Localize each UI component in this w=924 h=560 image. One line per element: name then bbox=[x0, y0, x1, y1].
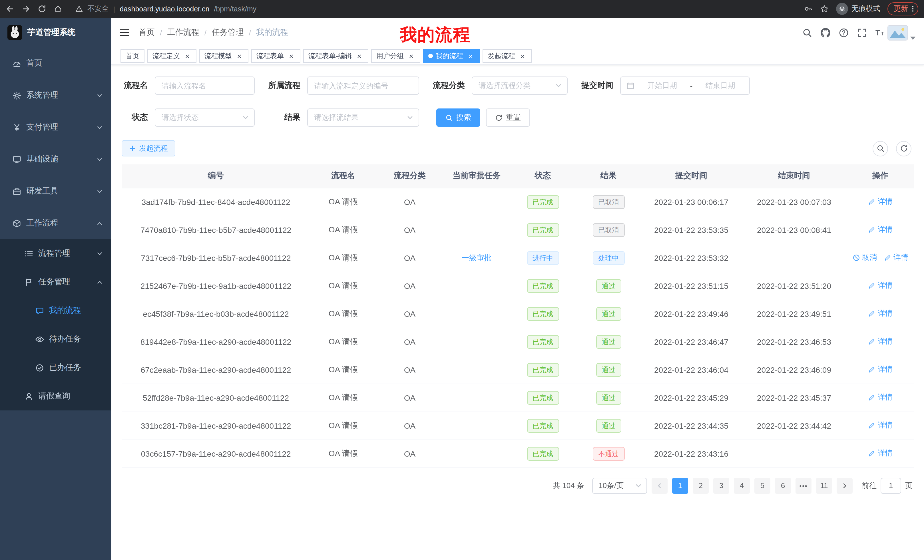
page-button-2[interactable]: 2 bbox=[693, 478, 709, 494]
detail-action[interactable]: 详情 bbox=[868, 281, 892, 291]
tab-user-group[interactable]: 用户分组 × bbox=[371, 49, 420, 63]
security-label[interactable]: 不安全 bbox=[87, 4, 109, 14]
tab-bpm-form-edit[interactable]: 流程表单-编辑 × bbox=[303, 49, 368, 63]
sidebar-item-done-tasks[interactable]: 已办任务 bbox=[0, 353, 111, 382]
status-select[interactable]: 请选择状态 bbox=[155, 108, 255, 127]
tab-home[interactable]: 首页 bbox=[120, 49, 144, 63]
close-icon[interactable]: × bbox=[519, 52, 526, 60]
page-button-6[interactable]: 6 bbox=[775, 478, 791, 494]
close-icon[interactable]: × bbox=[235, 52, 243, 60]
url-path[interactable]: /bpm/task/my bbox=[214, 5, 256, 13]
date-range-picker[interactable]: 开始日期 - 结束日期 bbox=[620, 76, 750, 95]
detail-action[interactable]: 详情 bbox=[868, 392, 892, 403]
prev-page-button[interactable] bbox=[652, 478, 668, 494]
sidebar-item-todo-tasks[interactable]: 待办任务 bbox=[0, 325, 111, 353]
page-size-select[interactable]: 10条/页 bbox=[592, 478, 647, 494]
detail-action[interactable]: 详情 bbox=[868, 225, 892, 235]
close-icon[interactable]: × bbox=[183, 52, 191, 60]
start-date-placeholder[interactable]: 开始日期 bbox=[639, 81, 686, 91]
fullscreen-icon[interactable] bbox=[857, 28, 867, 37]
detail-action[interactable]: 详情 bbox=[868, 337, 892, 347]
page-button-3[interactable]: 3 bbox=[713, 478, 729, 494]
table-row[interactable]: 2152467e-7b9b-11ec-9a1b-acde48001122 OA … bbox=[122, 272, 914, 300]
search-button[interactable]: 搜索 bbox=[436, 108, 480, 127]
table-row[interactable]: 67c2eaab-7b9a-11ec-a290-acde48001122 OA … bbox=[122, 356, 914, 383]
detail-action[interactable]: 详情 bbox=[868, 421, 892, 431]
sidebar-item-task-mgmt[interactable]: 任务管理 bbox=[0, 268, 111, 296]
tab-start-process[interactable]: 发起流程 × bbox=[483, 49, 532, 63]
sidebar-item-leave-query[interactable]: 请假查询 bbox=[0, 382, 111, 410]
user-avatar[interactable] bbox=[888, 25, 908, 40]
url-domain[interactable]: dashboard.yudao.iocoder.cn bbox=[120, 5, 209, 13]
detail-action[interactable]: 详情 bbox=[884, 253, 908, 263]
back-icon[interactable] bbox=[6, 4, 14, 13]
page-ellipsis[interactable]: ••• bbox=[795, 478, 812, 494]
close-icon[interactable]: × bbox=[355, 52, 363, 60]
table-row[interactable]: ec45f38f-7b9a-11ec-b03b-acde48001122 OA … bbox=[122, 300, 914, 328]
table-row[interactable]: 52ffd28e-7b9a-11ec-a290-acde48001122 OA … bbox=[122, 383, 914, 412]
table-row[interactable]: 331bc281-7b9a-11ec-a290-acde48001122 OA … bbox=[122, 412, 914, 440]
forward-icon[interactable] bbox=[22, 4, 30, 13]
table-row[interactable]: 7317cec6-7b9b-11ec-b5b7-acde48001122 OA … bbox=[122, 244, 914, 272]
table-row[interactable]: 3ad174fb-7b9d-11ec-8404-acde48001122 OA … bbox=[122, 188, 914, 216]
goto-page-input[interactable] bbox=[880, 478, 901, 494]
sidebar-item-devtools[interactable]: 研发工具 bbox=[0, 175, 111, 207]
github-icon[interactable] bbox=[820, 28, 830, 37]
sidebar-item-payment[interactable]: 支付管理 bbox=[0, 111, 111, 143]
end-date-placeholder[interactable]: 结束日期 bbox=[697, 81, 744, 91]
breadcrumb-item[interactable]: 任务管理 bbox=[212, 27, 244, 38]
sidebar-item-home[interactable]: 首页 bbox=[0, 47, 111, 79]
detail-action[interactable]: 详情 bbox=[868, 308, 892, 319]
sidebar-item-my-process[interactable]: 我的流程 bbox=[0, 296, 111, 325]
sidebar-item-infra[interactable]: 基础设施 bbox=[0, 143, 111, 175]
page-button-1[interactable]: 1 bbox=[672, 478, 688, 494]
hamburger-icon[interactable] bbox=[119, 28, 130, 37]
close-icon[interactable]: × bbox=[466, 52, 475, 60]
current-task-link[interactable]: 一级审批 bbox=[462, 253, 491, 263]
close-icon[interactable]: × bbox=[287, 52, 295, 60]
breadcrumb-item[interactable]: 工作流程 bbox=[167, 27, 199, 38]
table-row[interactable]: 819442e8-7b9a-11ec-a290-acde48001122 OA … bbox=[122, 328, 914, 356]
cancel-action[interactable]: 取消 bbox=[852, 253, 877, 263]
search-icon[interactable] bbox=[873, 141, 888, 156]
sidebar-item-process-mgmt[interactable]: 流程管理 bbox=[0, 239, 111, 268]
key-icon[interactable] bbox=[804, 4, 813, 13]
breadcrumb-item[interactable]: 首页 bbox=[139, 27, 155, 38]
detail-action[interactable]: 详情 bbox=[868, 364, 892, 375]
cell-status: 已完成 bbox=[510, 328, 576, 356]
page-button-11[interactable]: 11 bbox=[816, 478, 832, 494]
next-page-button[interactable] bbox=[837, 478, 853, 494]
table-row[interactable]: 7470a810-7b9b-11ec-b5b7-acde48001122 OA … bbox=[122, 216, 914, 244]
page-button-5[interactable]: 5 bbox=[754, 478, 770, 494]
reset-button[interactable]: 重置 bbox=[486, 108, 530, 127]
tab-my-process[interactable]: 我的流程 × bbox=[423, 49, 480, 63]
star-icon[interactable] bbox=[820, 4, 829, 13]
search-icon[interactable] bbox=[802, 28, 812, 37]
question-icon[interactable] bbox=[839, 28, 849, 37]
address-bar[interactable]: 不安全 | dashboard.yudao.iocoder.cn/bpm/tas… bbox=[75, 4, 256, 14]
process-def-input[interactable] bbox=[307, 76, 419, 95]
app-logo[interactable]: 芋道管理系统 bbox=[0, 18, 111, 47]
start-process-button[interactable]: 发起流程 bbox=[122, 141, 176, 156]
detail-action[interactable]: 详情 bbox=[868, 197, 892, 207]
caret-down-icon[interactable] bbox=[910, 36, 915, 40]
tab-bpm-definition[interactable]: 流程定义 × bbox=[147, 49, 196, 63]
font-size-icon[interactable]: TT bbox=[876, 28, 885, 37]
sidebar-item-system[interactable]: 系统管理 bbox=[0, 79, 111, 111]
tab-bpm-form[interactable]: 流程表单 × bbox=[251, 49, 300, 63]
home-icon[interactable] bbox=[54, 4, 62, 13]
tab-bpm-model[interactable]: 流程模型 × bbox=[199, 49, 248, 63]
close-icon[interactable]: × bbox=[407, 52, 415, 60]
result-select[interactable]: 请选择流结果 bbox=[307, 108, 419, 127]
update-button[interactable]: 更新 bbox=[888, 2, 918, 15]
process-name-input[interactable] bbox=[155, 76, 255, 95]
cell-process-id: 7470a810-7b9b-11ec-b5b7-acde48001122 bbox=[122, 216, 310, 244]
category-select[interactable]: 请选择流程分类 bbox=[472, 76, 568, 95]
menu-dots-icon[interactable] bbox=[912, 5, 914, 13]
refresh-icon[interactable] bbox=[896, 141, 911, 156]
sidebar-item-workflow[interactable]: 工作流程 bbox=[0, 207, 111, 239]
detail-action[interactable]: 详情 bbox=[868, 448, 892, 459]
refresh-icon[interactable] bbox=[38, 4, 46, 13]
page-button-4[interactable]: 4 bbox=[734, 478, 750, 494]
table-row[interactable]: 03c6c157-7b9a-11ec-a290-acde48001122 OA … bbox=[122, 440, 914, 467]
